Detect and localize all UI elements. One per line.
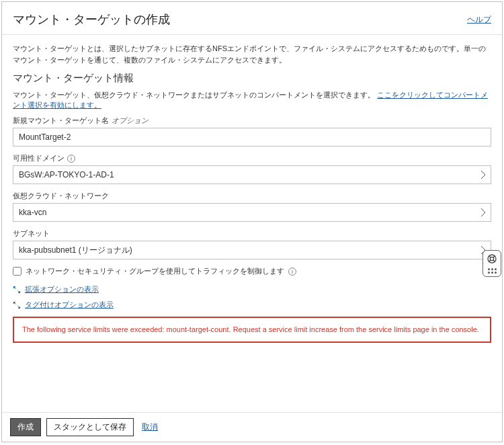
ad-select-wrap: BGsW:AP-TOKYO-1-AD-1: [13, 165, 491, 184]
tagging-toggle-text: タグ付けオプションの表示: [25, 300, 114, 310]
vcn-select[interactable]: kka-vcn: [13, 203, 491, 222]
nsg-checkbox[interactable]: [13, 267, 22, 276]
help-link[interactable]: ヘルプ: [467, 14, 491, 26]
svg-line-2: [489, 255, 491, 257]
save-as-stack-button[interactable]: スタックとして保存: [46, 418, 134, 436]
info-icon: i: [67, 155, 75, 163]
info-icon: i: [288, 268, 296, 276]
panel-footer: 作成 スタックとして保存 取消: [2, 412, 502, 442]
ad-label: 可用性ドメイン i: [13, 153, 491, 163]
drag-handle-icon: [488, 268, 497, 274]
ad-label-text: 可用性ドメイン: [13, 153, 65, 163]
panel-header: マウント・ターゲットの作成 ヘルプ: [2, 2, 502, 35]
expand-icon: [13, 286, 21, 294]
page-title: マウント・ターゲットの作成: [13, 11, 170, 28]
description-text: マウント・ターゲットとは、選択したサブネットに存在するNFSエンドポイントで、フ…: [13, 43, 491, 65]
availability-domain-select[interactable]: BGsW:AP-TOKYO-1-AD-1: [13, 165, 491, 184]
compartment-hint-text: マウント・ターゲット、仮想クラウド・ネットワークまたはサブネットのコンパートメン…: [13, 91, 375, 99]
support-widget[interactable]: [482, 250, 501, 277]
show-tagging-options-link[interactable]: タグ付けオプションの表示: [13, 300, 491, 310]
lifebuoy-icon: [487, 253, 497, 266]
create-button[interactable]: 作成: [10, 418, 41, 436]
nsg-label-text: ネットワーク・セキュリティ・グループを使用してトラフィックを制御します: [26, 266, 284, 276]
svg-line-4: [489, 260, 491, 262]
vcn-label: 仮想クラウド・ネットワーク: [13, 191, 491, 201]
name-label: 新規マウント・ターゲット名 オプション: [13, 116, 491, 126]
mount-target-name-input[interactable]: [13, 128, 491, 147]
subnet-label: サブネット: [13, 229, 491, 239]
svg-point-1: [490, 257, 493, 260]
cancel-link[interactable]: 取消: [142, 421, 158, 433]
vcn-select-wrap: kka-vcn: [13, 203, 491, 222]
create-mount-target-panel: マウント・ターゲットの作成 ヘルプ マウント・ターゲットとは、選択したサブネット…: [1, 1, 503, 442]
show-advanced-options-link[interactable]: 拡張オプションの表示: [13, 284, 491, 294]
name-label-text: 新規マウント・ターゲット名: [13, 116, 109, 126]
subnet-select-wrap: kka-pubsubnet1 (リージョナル): [13, 241, 491, 259]
panel-body: マウント・ターゲットとは、選択したサブネットに存在するNFSエンドポイントで、フ…: [2, 35, 502, 412]
svg-line-3: [493, 255, 495, 257]
section-title: マウント・ターゲット情報: [13, 72, 491, 85]
svg-line-5: [493, 260, 495, 262]
nsg-checkbox-row[interactable]: ネットワーク・セキュリティ・グループを使用してトラフィックを制御します i: [13, 266, 491, 276]
advanced-toggle-text: 拡張オプションの表示: [25, 284, 99, 294]
error-message: The following service limits were exceed…: [13, 317, 491, 343]
compartment-hint: マウント・ターゲット、仮想クラウド・ネットワークまたはサブネットのコンパートメン…: [13, 90, 491, 110]
expand-icon: [13, 301, 21, 309]
name-optional-text: オプション: [112, 116, 149, 126]
subnet-select[interactable]: kka-pubsubnet1 (リージョナル): [13, 241, 491, 259]
